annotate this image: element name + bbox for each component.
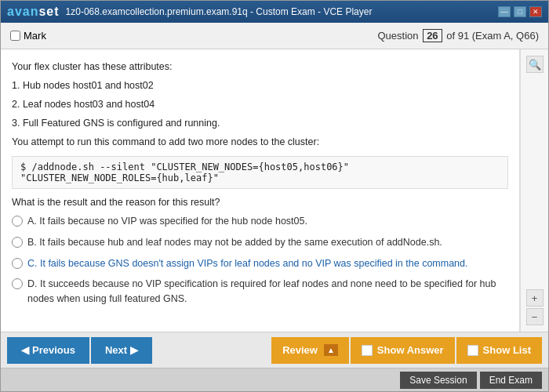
- show-answer-button[interactable]: Show Answer: [351, 337, 455, 364]
- mark-control[interactable]: Mark: [10, 30, 46, 42]
- window-controls: — □ ✕: [498, 6, 542, 17]
- radio-d[interactable]: [12, 278, 23, 289]
- attr-3: 3. Full Featured GNS is configured and r…: [12, 115, 508, 131]
- command-line-2: "CLUSTER_NEW_NODE_ROLES={hub,leaf}": [20, 172, 500, 183]
- option-b-text: B. It fails because hub and leaf nodes m…: [27, 235, 442, 250]
- radio-c[interactable]: [12, 258, 23, 269]
- title-bar: avanset 1z0-068.examcollection.premium.e…: [1, 1, 548, 23]
- option-d-text: D. It succeeds because no VIP specificat…: [27, 277, 508, 307]
- mark-label: Mark: [24, 30, 46, 42]
- option-a-text: A. It fails because no VIP was specified…: [27, 214, 307, 229]
- question-label: Question: [377, 30, 418, 42]
- question-area: Your flex cluster has these attributes: …: [1, 49, 520, 332]
- question-intro-text: Your flex cluster has these attributes:: [12, 59, 508, 74]
- title-bar-left: avanset 1z0-068.examcollection.premium.e…: [7, 5, 372, 19]
- option-a[interactable]: A. It fails because no VIP was specified…: [12, 214, 508, 229]
- search-icon[interactable]: 🔍: [526, 56, 544, 73]
- option-c[interactable]: C. It fails because GNS doesn't assign V…: [12, 256, 508, 271]
- zoom-in-icon[interactable]: +: [526, 289, 544, 307]
- zoom-controls: + −: [526, 289, 544, 325]
- window-title: 1z0-068.examcollection.premium.exam.91q …: [66, 6, 373, 17]
- previous-button[interactable]: ◀ Previous: [7, 337, 89, 364]
- zoom-out-icon[interactable]: −: [526, 308, 544, 325]
- question-info: Question 26 of 91 (Exam A, Q66): [377, 29, 539, 42]
- bottom-bar-2: Save Session End Exam: [1, 368, 548, 391]
- command-line-1: $ /addnode.sh --silent "CLUSTER_NEW_NODE…: [20, 162, 500, 172]
- option-d[interactable]: D. It succeeds because no VIP specificat…: [12, 277, 508, 307]
- question-intro: Your flex cluster has these attributes: …: [12, 59, 508, 150]
- code-block: $ /addnode.sh --silent "CLUSTER_NEW_NODE…: [12, 156, 508, 189]
- review-dropdown-arrow: ▲: [324, 344, 338, 356]
- right-sidebar: 🔍 + −: [520, 49, 548, 332]
- show-list-icon: [467, 345, 478, 356]
- options-list: A. It fails because no VIP was specified…: [12, 214, 508, 307]
- main-window: avanset 1z0-068.examcollection.premium.e…: [0, 0, 549, 392]
- header-bar: Mark Question 26 of 91 (Exam A, Q66): [1, 23, 548, 49]
- show-list-button[interactable]: Show List: [456, 337, 542, 364]
- maximize-button[interactable]: □: [514, 6, 526, 17]
- bottom-bar: ◀ Previous Next ▶ Review ▲ Show Answer S…: [1, 332, 548, 368]
- attr-2: 2. Leaf nodes host03 and host04: [12, 96, 508, 112]
- review-button[interactable]: Review ▲: [271, 337, 349, 364]
- app-logo: avanset: [7, 5, 60, 19]
- main-area: Your flex cluster has these attributes: …: [1, 49, 548, 332]
- next-button[interactable]: Next ▶: [91, 337, 152, 364]
- radio-a[interactable]: [12, 216, 23, 227]
- option-c-text: C. It fails because GNS doesn't assign V…: [27, 256, 468, 271]
- show-answer-icon: [362, 345, 373, 356]
- end-exam-button[interactable]: End Exam: [480, 372, 542, 389]
- close-button[interactable]: ✕: [529, 6, 542, 17]
- attr-1: 1. Hub nodes host01 and host02: [12, 78, 508, 93]
- radio-b[interactable]: [12, 237, 23, 248]
- minimize-button[interactable]: —: [498, 6, 511, 17]
- question-number: 26: [423, 29, 442, 42]
- option-b[interactable]: B. It fails because hub and leaf nodes m…: [12, 235, 508, 250]
- next-arrow: ▶: [130, 344, 138, 356]
- prev-arrow: ◀: [21, 344, 29, 356]
- save-session-button[interactable]: Save Session: [400, 372, 476, 389]
- mark-checkbox-input[interactable]: [10, 31, 20, 41]
- question-prompt: What is the result and the reason for th…: [12, 197, 508, 208]
- command-intro: You attempt to run this command to add t…: [12, 134, 508, 150]
- question-total: of 91 (Exam A, Q66): [446, 30, 539, 42]
